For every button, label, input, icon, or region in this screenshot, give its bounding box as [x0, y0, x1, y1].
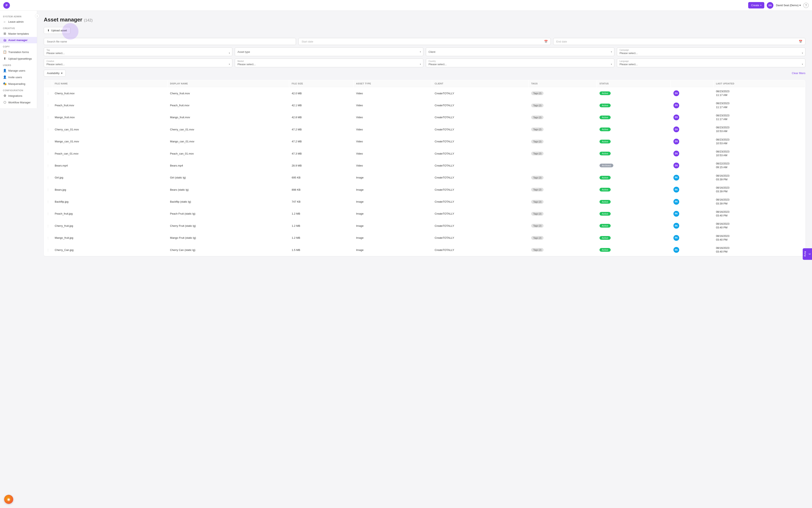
row-menu-button[interactable]: ⋮: [44, 172, 52, 183]
row-menu-button[interactable]: ⋮: [44, 148, 52, 159]
sidebar-item-invite-users[interactable]: 👤 Invite users: [0, 74, 37, 81]
row-file-name: Mango_can_01.mov: [52, 136, 167, 147]
tags-badge: Tags (2): [531, 140, 544, 143]
sidebar-item-asset-manager[interactable]: 🗂 Asset manager: [0, 37, 37, 43]
row-status: Active: [597, 112, 670, 123]
support-beacon-button[interactable]: ◉: [4, 495, 13, 504]
row-asset-type: Image: [353, 184, 432, 196]
row-status: Active: [597, 196, 670, 207]
end-date-calendar-icon: 📅: [799, 40, 802, 43]
user-name-display[interactable]: David Seal (Demo) ▾: [776, 4, 801, 7]
row-avatar-cell: RK: [671, 184, 713, 196]
row-asset-type: Image: [353, 244, 432, 256]
client-filter[interactable]: Client ▾: [426, 47, 614, 56]
row-display-name: Bears (static lg): [167, 184, 289, 196]
row-tags: Tags (2): [529, 172, 596, 183]
copy-section-label: Copy: [0, 43, 37, 49]
col-avatar: [671, 80, 713, 87]
main-content: Asset manager (142) ⬆ Upload asset Start…: [37, 11, 812, 508]
sidebar-item-manage-users[interactable]: 👤 Manage users: [0, 67, 37, 74]
row-menu-button[interactable]: ⋮: [44, 160, 52, 171]
client-chevron-icon: ▾: [611, 50, 612, 53]
row-menu-button[interactable]: ⋮: [44, 112, 52, 123]
row-client: CreateTOTALLY: [432, 87, 528, 99]
avatar: DS: [673, 163, 679, 168]
row-status: Active: [597, 148, 670, 159]
market-filter[interactable]: Market Please select... ▾: [235, 58, 423, 67]
asset-type-value: Asset type: [237, 50, 250, 53]
row-menu-button[interactable]: ⋮: [44, 184, 52, 196]
row-tags: Tags (2): [529, 196, 596, 207]
filter-grid-2: Creative Please select... ▾ Market Pleas…: [44, 58, 805, 67]
row-avatar-cell: DS: [671, 124, 713, 135]
row-menu-button[interactable]: ⋮: [44, 99, 52, 111]
row-tags: Tags (2): [529, 184, 596, 196]
top-bar: P Create ▾ DS David Seal (Demo) ▾ ?: [0, 0, 812, 11]
row-client: CreateTOTALLY: [432, 112, 528, 123]
row-last-updated: 08/16/202303:39 PM: [713, 184, 805, 196]
avatar: RK: [673, 235, 679, 241]
tags-badge: Tags (2): [531, 91, 544, 95]
row-file-name: Mango_fruit.mov: [52, 112, 167, 123]
row-menu-button[interactable]: ⋮: [44, 244, 52, 256]
help-icon[interactable]: ?: [803, 3, 809, 8]
sidebar-item-masquerading[interactable]: 🎭 Masquerading: [0, 81, 37, 87]
workflow-manager-icon: ⬡: [3, 100, 7, 104]
row-menu-button[interactable]: ⋮: [44, 124, 52, 135]
config-section-label: Configuration: [0, 87, 37, 92]
row-menu-button[interactable]: ⋮: [44, 196, 52, 207]
table-row: ⋮ Girl.jpg Girl (static lg) 695 KB Image…: [44, 172, 805, 183]
row-last-updated: 08/23/202311:17 AM: [713, 99, 805, 111]
row-menu-button[interactable]: ⋮: [44, 208, 52, 219]
row-file-size: 898 KB: [289, 184, 353, 196]
row-menu-button[interactable]: ⋮: [44, 220, 52, 231]
row-file-size: 42.8 MB: [289, 112, 353, 123]
row-display-name: Mango_fruit.mov: [167, 112, 289, 123]
end-date-input[interactable]: End date 📅: [553, 38, 805, 45]
language-filter[interactable]: Language Please select... ▾: [617, 58, 805, 67]
col-status: STATUS: [597, 80, 670, 87]
creative-filter[interactable]: Creative Please select... ▾: [44, 58, 232, 67]
row-avatar-cell: RK: [671, 232, 713, 244]
sidebar-item-integrations[interactable]: ⚙ Integrations: [0, 92, 37, 99]
row-tags: [529, 160, 596, 171]
row-last-updated: 08/23/202310:53 AM: [713, 124, 805, 135]
availability-filter[interactable]: Availability ▾: [44, 70, 66, 77]
start-date-input[interactable]: Start date 📅: [299, 38, 550, 45]
upload-asset-button[interactable]: ⬆ Upload asset: [44, 27, 70, 34]
row-menu-button[interactable]: ⋮: [44, 136, 52, 147]
market-chevron-icon: ▾: [420, 63, 421, 66]
table-header: FILE NAME DISPLAY NAME FILE SIZE ASSET T…: [44, 80, 805, 87]
tags-badge: Tags (2): [531, 152, 544, 155]
sidebar-item-translation-forms[interactable]: 📋 Translation forms: [0, 49, 37, 55]
asset-manager-icon: 🗂: [3, 38, 7, 42]
col-tags: TAGS: [529, 80, 596, 87]
sidebar-item-master-templates[interactable]: ⊞ Master templates: [0, 30, 37, 37]
asset-type-filter[interactable]: Asset type ▾: [235, 47, 423, 56]
create-button[interactable]: Create ▾: [748, 2, 764, 8]
search-input[interactable]: [44, 38, 296, 45]
row-client: CreateTOTALLY: [432, 136, 528, 147]
row-status: Active: [597, 232, 670, 244]
help-float-label: ?: [808, 253, 811, 255]
row-menu-button[interactable]: ⋮: [44, 87, 52, 99]
row-menu-button[interactable]: ⋮: [44, 232, 52, 244]
users-section-label: Users: [0, 62, 37, 67]
campaign-filter[interactable]: Campaign Please select... ▾: [617, 47, 805, 56]
help-float-button[interactable]: ? Help: [803, 248, 812, 260]
sidebar-item-label: Leave admin: [8, 20, 24, 23]
avatar: DS: [673, 115, 679, 120]
tag-filter[interactable]: Tag Please select... ▾: [44, 47, 232, 56]
row-last-updated: 08/16/202303:40 PM: [713, 232, 805, 244]
tags-badge: Tags (2): [531, 248, 544, 252]
sidebar-item-workflow-manager[interactable]: ⬡ Workflow Manager: [0, 99, 37, 105]
row-file-name: Peach_fruit.mov: [52, 99, 167, 111]
status-badge: Active: [600, 224, 611, 227]
country-filter[interactable]: Country Please select... ▾: [426, 58, 614, 67]
sidebar-item-upload-typesettings[interactable]: ⬆ Upload typesettings: [0, 55, 37, 62]
row-file-name: Cherry_can_01.mov: [52, 124, 167, 135]
row-file-size: 42.1 MB: [289, 99, 353, 111]
clear-filters-button[interactable]: Clear filters: [792, 72, 805, 75]
sidebar-item-leave-admin[interactable]: ← Leave admin: [0, 18, 37, 25]
tags-badge: Tags (2): [531, 236, 544, 240]
